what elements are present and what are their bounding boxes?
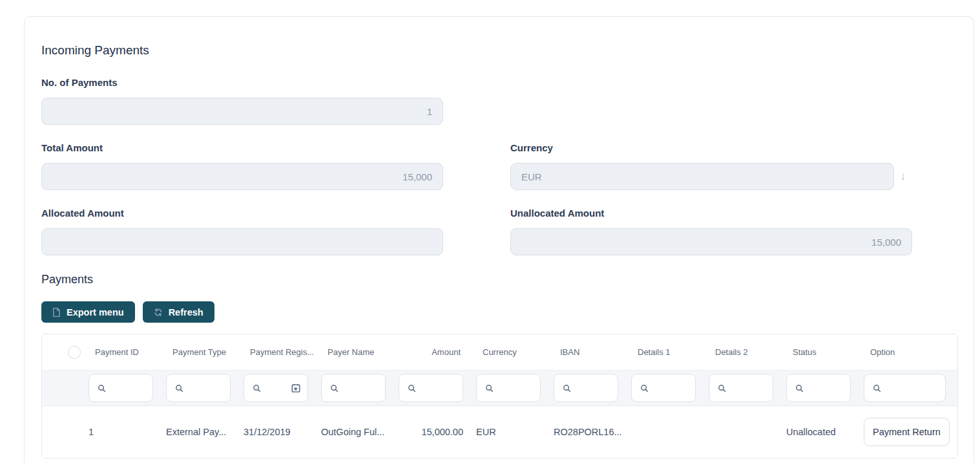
payment-return-button[interactable]: Payment Return xyxy=(864,418,950,446)
calendar-icon[interactable] xyxy=(291,383,301,393)
col-header-payment-registration: Payment Regis... xyxy=(237,347,315,357)
no-of-payments-label: No. of Payments xyxy=(41,77,443,88)
payments-toolbar: Export menu Refresh xyxy=(41,301,957,323)
search-icon xyxy=(872,383,882,393)
payment-summary-form: No. of Payments Total Amount Currency ↓ … xyxy=(41,77,957,273)
filter-details-2[interactable] xyxy=(709,374,773,402)
col-header-payment-type: Payment Type xyxy=(160,347,237,357)
unallocated-amount-label: Unallocated Amount xyxy=(510,208,912,219)
search-icon xyxy=(329,383,339,393)
export-menu-button[interactable]: Export menu xyxy=(41,301,135,323)
unallocated-amount-input[interactable] xyxy=(510,228,912,255)
filter-payment-id[interactable] xyxy=(89,374,153,402)
col-header-details-1: Details 1 xyxy=(625,347,702,357)
currency-dropdown-arrow-icon[interactable]: ↓ xyxy=(894,170,912,183)
filter-payment-registration-date[interactable] xyxy=(244,374,308,402)
payment-table-row: 1 External Pay... 31/12/2019 OutGoing Fu… xyxy=(42,406,957,458)
select-all-checkbox[interactable] xyxy=(68,346,81,359)
col-header-currency: Currency xyxy=(470,347,547,357)
filter-payment-type[interactable] xyxy=(166,374,231,402)
filter-details-1[interactable] xyxy=(631,374,696,402)
field-unallocated-amount: Unallocated Amount xyxy=(510,208,912,255)
col-header-amount: Amount xyxy=(392,347,470,357)
search-icon xyxy=(795,383,804,393)
col-header-iban: IBAN xyxy=(547,347,625,357)
field-allocated-amount: Allocated Amount xyxy=(41,208,443,255)
filter-status[interactable] xyxy=(786,374,851,402)
filter-amount[interactable] xyxy=(399,374,463,402)
allocated-amount-label: Allocated Amount xyxy=(41,208,443,219)
filter-payer-name[interactable] xyxy=(321,374,386,402)
col-header-payer-name: Payer Name xyxy=(315,347,392,357)
col-header-status: Status xyxy=(780,347,857,357)
total-amount-label: Total Amount xyxy=(41,142,443,153)
no-of-payments-input[interactable] xyxy=(41,98,443,125)
export-menu-label: Export menu xyxy=(67,307,124,318)
field-no-of-payments: No. of Payments xyxy=(41,77,443,125)
search-icon xyxy=(97,383,107,393)
search-icon xyxy=(407,383,417,393)
filter-currency[interactable] xyxy=(476,374,541,402)
col-header-option: Option xyxy=(857,347,957,357)
col-header-details-2: Details 2 xyxy=(702,347,780,357)
payments-table-header-row: Payment ID Payment Type Payment Regis...… xyxy=(42,334,957,370)
col-header-payment-id: Payment ID xyxy=(82,347,160,357)
cell-payment-registration: 31/12/2019 xyxy=(237,427,315,437)
cell-amount: 15,000.00 xyxy=(392,427,470,437)
payments-table: Payment ID Payment Type Payment Regis...… xyxy=(41,334,958,458)
refresh-icon xyxy=(154,308,163,317)
search-icon xyxy=(252,383,262,393)
total-amount-input[interactable] xyxy=(41,163,443,190)
currency-label: Currency xyxy=(510,142,912,153)
search-icon xyxy=(174,383,184,393)
search-icon xyxy=(485,383,494,393)
cell-iban: RO28PORL16... xyxy=(547,427,625,437)
payments-section-title: Payments xyxy=(41,273,957,286)
filter-iban[interactable] xyxy=(554,374,618,402)
allocated-amount-input[interactable] xyxy=(41,228,443,255)
search-icon xyxy=(640,383,649,393)
cell-currency: EUR xyxy=(470,427,547,437)
incoming-payments-panel: Incoming Payments No. of Payments Total … xyxy=(24,16,974,463)
cell-status: Unallocated xyxy=(780,427,857,437)
file-icon xyxy=(52,308,61,317)
search-icon xyxy=(562,383,572,393)
currency-input[interactable] xyxy=(510,163,894,190)
field-total-amount: Total Amount xyxy=(41,142,443,190)
cell-payer-name: OutGoing Ful... xyxy=(315,427,392,437)
search-icon xyxy=(717,383,727,393)
cell-payment-type: External Pay... xyxy=(160,427,237,437)
cell-payment-id: 1 xyxy=(82,427,160,437)
page-title: Incoming Payments xyxy=(41,43,957,58)
refresh-button[interactable]: Refresh xyxy=(143,301,214,323)
field-currency: Currency ↓ xyxy=(510,142,912,190)
filter-option[interactable] xyxy=(864,374,946,402)
payments-table-filter-row xyxy=(42,370,957,406)
refresh-label: Refresh xyxy=(169,307,203,318)
